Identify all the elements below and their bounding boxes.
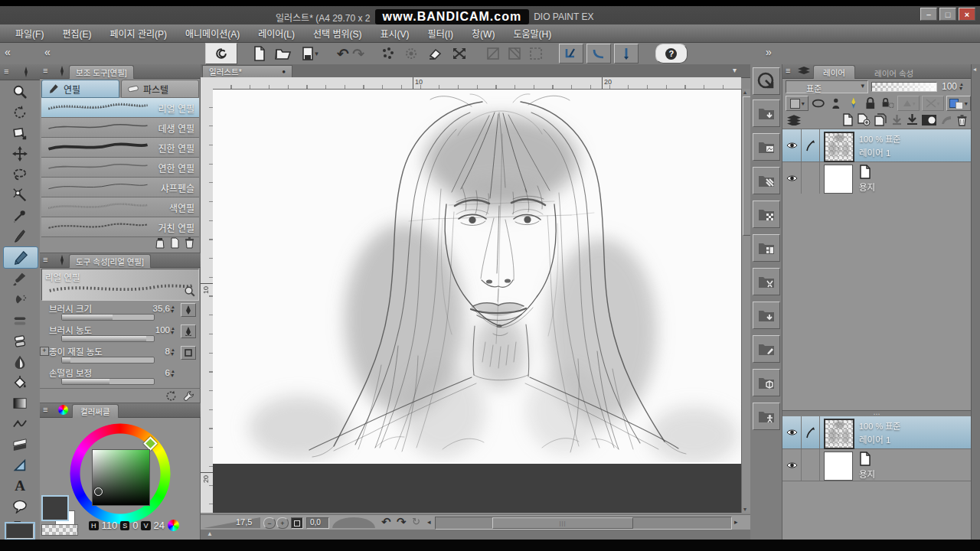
material-brush-button[interactable]: [753, 268, 780, 295]
expand-status-icon[interactable]: ▲: [207, 530, 213, 537]
reference-layer-icon[interactable]: [828, 96, 844, 111]
hue-value[interactable]: 110: [102, 520, 118, 531]
flip-vertical-button[interactable]: [505, 44, 524, 63]
reset-settings-icon[interactable]: [165, 390, 177, 402]
layer-mask-combo-button[interactable]: ▾: [786, 96, 808, 111]
menu-file[interactable]: 파일(F): [15, 27, 44, 40]
menu-page[interactable]: 페이지 관리(P): [109, 27, 167, 40]
menu-edit[interactable]: 편집(E): [62, 27, 91, 40]
prop-stepper[interactable]: ▲▾: [171, 347, 178, 357]
clipping-icon[interactable]: [811, 96, 826, 111]
layer-panel-menu-icon[interactable]: ≡: [786, 66, 790, 75]
open-file-button[interactable]: [273, 44, 294, 63]
layer-tab[interactable]: 레이어: [813, 65, 855, 79]
grid-button[interactable]: [527, 44, 545, 63]
collapse-left-icon[interactable]: «: [5, 46, 11, 58]
transfer-down-icon[interactable]: [891, 114, 903, 126]
ink-bottle-icon[interactable]: [155, 237, 165, 249]
toolbar-color-swatch[interactable]: [6, 523, 34, 539]
blend-mode-dropdown[interactable]: 표준 ▾: [786, 80, 868, 93]
snap-special-ruler-button[interactable]: [586, 44, 611, 64]
hscroll-left-icon[interactable]: ◂: [427, 518, 431, 526]
minimize-button[interactable]: –: [920, 8, 937, 21]
menu-filter[interactable]: 필터(I): [428, 27, 453, 40]
subtool-menu-icon[interactable]: ≡: [43, 66, 47, 75]
right-collapse-icon[interactable]: ◂: [973, 66, 976, 73]
material-pattern-button[interactable]: [753, 201, 780, 228]
material-download2-button[interactable]: [753, 302, 780, 329]
prop-stepper[interactable]: ▲▾: [171, 326, 178, 335]
rotate-left-button[interactable]: ↶: [381, 515, 391, 529]
new-file-button[interactable]: [250, 44, 270, 63]
tool-brush-button[interactable]: [3, 269, 37, 289]
merge-down-icon[interactable]: [906, 114, 918, 126]
tool-lasso-button[interactable]: [3, 164, 37, 184]
canvas-page[interactable]: [213, 89, 741, 464]
new-layer-icon[interactable]: [842, 113, 854, 126]
paper-thumbnail[interactable]: [824, 452, 853, 481]
quick-access-button[interactable]: [753, 67, 780, 95]
layer-opacity-slider[interactable]: [871, 82, 937, 92]
stabilization-slider[interactable]: [61, 378, 155, 385]
hscroll-thumb[interactable]: |||: [492, 517, 633, 529]
menu-layer[interactable]: 레이어(L): [258, 27, 295, 40]
new-layer-folder-icon[interactable]: [858, 113, 871, 126]
menu-help[interactable]: 도움말(H): [513, 27, 551, 40]
new-subtool-icon[interactable]: [170, 237, 180, 249]
tool-auto-select-button[interactable]: [3, 184, 37, 205]
transparent-color-swatch[interactable]: [41, 524, 78, 536]
val-value[interactable]: 24: [154, 520, 165, 531]
brush-size-slider[interactable]: [61, 314, 155, 321]
hscroll-right-icon[interactable]: ▸: [734, 518, 738, 526]
brush-item-mechanical-pencil[interactable]: 샤프펜슬: [41, 178, 199, 197]
sv-marker[interactable]: [94, 487, 103, 496]
rotation-slider[interactable]: [332, 517, 375, 528]
layer1-thumbnail[interactable]: [824, 419, 854, 449]
brush-item-drawing-pencil[interactable]: 데생 연필: [41, 118, 199, 138]
help-button[interactable]: ?: [655, 44, 688, 64]
material-tone-button[interactable]: [753, 167, 780, 194]
draft-layer-pen-icon[interactable]: [846, 96, 861, 111]
material-image-button[interactable]: [753, 133, 780, 161]
lock-layer-icon[interactable]: [863, 96, 878, 111]
tool-fill-button[interactable]: [3, 372, 37, 393]
tool-move-page-button[interactable]: [3, 122, 37, 143]
sat-value[interactable]: 0: [132, 520, 138, 531]
paper-name[interactable]: 용지: [859, 181, 875, 193]
document-tab[interactable]: 일러스트* ●: [202, 65, 292, 77]
brush-item-dark-pencil[interactable]: 진한 연필: [41, 138, 199, 158]
tool-rotate-button[interactable]: [3, 102, 37, 122]
save-button[interactable]: ▾: [297, 44, 323, 63]
brush-item-real-pencil[interactable]: 리얼 연필: [41, 98, 199, 118]
zoom-in-button[interactable]: +: [276, 517, 289, 529]
visibility-eye-icon[interactable]: [786, 142, 798, 149]
scroll-down-icon[interactable]: ▾: [743, 506, 746, 513]
menu-selection[interactable]: 선택 범위(S): [313, 27, 362, 40]
tool-decoration-button[interactable]: [3, 310, 37, 331]
brush-density-slider[interactable]: [61, 335, 155, 342]
prop-value[interactable]: 8: [165, 347, 170, 356]
tool-eyedropper-button[interactable]: [3, 205, 37, 226]
tab-list-dropdown-icon[interactable]: ▾: [733, 66, 737, 74]
menu-window[interactable]: 창(W): [472, 27, 495, 40]
pressure-settings-button[interactable]: [181, 324, 196, 338]
prop-stepper[interactable]: ▲▾: [171, 369, 178, 378]
apply-mask-icon[interactable]: [940, 115, 952, 126]
brush-item-colored-pencil[interactable]: 색연필: [41, 197, 199, 217]
opacity-stepper[interactable]: ▲▾: [959, 82, 966, 91]
material-layout-button[interactable]: [753, 234, 780, 262]
toolprop-menu-icon[interactable]: ≡: [43, 255, 47, 264]
tool-panel-menu-icon[interactable]: ≡: [4, 67, 8, 76]
clip-studio-logo-button[interactable]: [205, 43, 237, 64]
foreground-color-swatch[interactable]: [43, 497, 67, 520]
flip-horizontal-button[interactable]: [484, 44, 502, 63]
tool-blend-button[interactable]: [3, 351, 37, 372]
fit-to-screen-button[interactable]: [291, 517, 303, 529]
layer-opacity-value[interactable]: 100: [942, 81, 957, 92]
ruler-range-button[interactable]: ▾: [922, 96, 944, 111]
snap-ruler-button[interactable]: [559, 44, 583, 64]
hsv-mode-wheel-icon[interactable]: [168, 520, 179, 531]
paper-thumbnail[interactable]: [824, 165, 853, 194]
duplicate-layer-icon[interactable]: [874, 113, 887, 126]
tool-frame-button[interactable]: [3, 434, 37, 455]
